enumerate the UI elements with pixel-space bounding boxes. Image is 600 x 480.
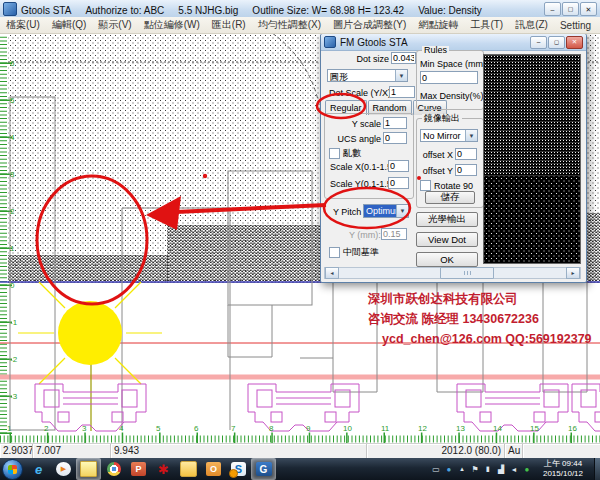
dialog-minimize-button[interactable] xyxy=(530,36,547,49)
menu-item-7[interactable]: 網點旋轉 xyxy=(412,18,464,32)
vendor-watermark: 深圳市跃创达科技有限公司 咨询交流 陈经理 13430672236 ycd_ch… xyxy=(368,289,592,349)
save-button[interactable]: 儲存 xyxy=(425,191,475,204)
random-checkbox-label: 亂數 xyxy=(343,147,361,160)
left-ruler-number: 4 xyxy=(10,134,14,142)
status-bar: 2.9037 7.007 9.943 2012.0 (80.0) Au xyxy=(0,443,600,459)
scale-x-input[interactable] xyxy=(388,160,409,172)
y-scale-input[interactable] xyxy=(383,117,407,129)
update-icon[interactable] xyxy=(522,464,532,475)
random-checkbox[interactable] xyxy=(329,148,340,159)
system-tray xyxy=(431,464,532,475)
bottom-ruler-number: 11 xyxy=(381,425,389,433)
y-pitch-value: Optimum xyxy=(364,205,396,217)
mirror-combobox[interactable]: No Mirror ▼ xyxy=(420,129,478,142)
language-indicator-icon[interactable] xyxy=(444,464,454,475)
bottom-ruler-number: 16 xyxy=(568,425,577,433)
dot-scale-input[interactable] xyxy=(389,86,415,98)
offset-x-label: offset X xyxy=(421,151,453,160)
bottom-ruler-number: 7 xyxy=(231,425,235,433)
rotate-90-checkbox-row[interactable]: Rotate 90 xyxy=(420,180,473,191)
scrollbar-thumb[interactable] xyxy=(440,267,494,279)
menu-item-1[interactable]: 編輯(Q) xyxy=(46,18,92,32)
watermark-company: 深圳市跃创达科技有限公司 xyxy=(368,289,592,309)
chevron-down-icon[interactable]: ▼ xyxy=(396,205,408,217)
min-space-input[interactable] xyxy=(420,71,478,84)
ucs-angle-label: UCS angle xyxy=(335,135,381,144)
left-ruler-number: 6 xyxy=(10,60,14,68)
maximize-button[interactable] xyxy=(562,2,579,16)
menu-item-3[interactable]: 點位編修(W) xyxy=(138,18,206,32)
menu-item-5[interactable]: 均勻性調整(X) xyxy=(252,18,327,32)
left-ruler-number: 0 xyxy=(10,282,14,290)
dot-size-input[interactable] xyxy=(391,52,416,64)
bottom-ruler-number: 5 xyxy=(156,425,160,433)
chevron-down-icon[interactable]: ▼ xyxy=(465,130,477,141)
center-basis-checkbox-row[interactable]: 中間基準 xyxy=(329,246,379,259)
red-app-icon[interactable] xyxy=(151,458,176,480)
dialog-maximize-button[interactable] xyxy=(548,36,565,49)
ucs-angle-input[interactable] xyxy=(383,132,407,144)
menu-item-8[interactable]: 工具(T) xyxy=(464,18,509,32)
dashed-arc xyxy=(272,33,321,136)
outlook-icon[interactable] xyxy=(201,458,226,480)
power-icon[interactable] xyxy=(483,464,493,475)
bottom-ruler-number: 9 xyxy=(306,425,310,433)
chevron-down-icon[interactable]: ▼ xyxy=(395,70,407,81)
dialog-horizontal-scrollbar[interactable]: ◄ ► xyxy=(324,267,581,279)
keyboard-tray-icon[interactable] xyxy=(431,464,441,475)
chrome-icon[interactable] xyxy=(101,458,126,480)
ok-button[interactable]: OK xyxy=(416,252,478,267)
menu-item-6[interactable]: 圖片合成調整(Y) xyxy=(327,18,412,32)
menu-item-10[interactable]: Setting xyxy=(554,20,597,31)
rules-group-title: Rules xyxy=(422,46,449,55)
optical-output-button[interactable]: 光學輸出 xyxy=(416,212,478,227)
view-dot-button[interactable]: View Dot xyxy=(416,232,478,247)
center-basis-checkbox[interactable] xyxy=(329,247,340,258)
powerpoint-icon[interactable] xyxy=(126,458,151,480)
bottom-ruler-number: 14 xyxy=(493,425,502,433)
window-titlebar: Gtools STAAuthorize to: ABC5.5 NJHG.bigO… xyxy=(0,0,600,18)
dialog-titlebar[interactable]: FM Gtools STA xyxy=(321,34,586,51)
network-icon[interactable] xyxy=(496,464,506,475)
scroll-left-arrow-icon[interactable]: ◄ xyxy=(325,267,339,279)
hidden-icons-arrow[interactable] xyxy=(457,464,467,475)
scale-y-label: Scale Y(0.1-1.5) xyxy=(330,180,395,189)
y-mm-input[interactable] xyxy=(381,228,407,240)
skype-icon[interactable] xyxy=(226,458,251,480)
random-checkbox-row[interactable]: 亂數 xyxy=(329,147,361,160)
menu-item-9[interactable]: 訊息(Z) xyxy=(509,18,554,32)
dialog-icon xyxy=(324,36,336,48)
scroll-right-arrow-icon[interactable]: ► xyxy=(566,267,580,279)
watermark-contact: 咨询交流 陈经理 13430672236 xyxy=(368,309,592,329)
dialog-close-button[interactable] xyxy=(566,36,583,49)
dot-preview-panel xyxy=(483,54,581,264)
action-center-icon[interactable] xyxy=(470,464,480,475)
bottom-ruler-number: 12 xyxy=(418,425,427,433)
mirror-group-title: 鏡像輸出 xyxy=(422,114,462,123)
clock-time: 上午 09:44 xyxy=(534,459,592,469)
media-player-icon[interactable] xyxy=(51,458,76,480)
menu-item-4[interactable]: 匯出(R) xyxy=(206,18,252,32)
menu-item-2[interactable]: 顯示(V) xyxy=(92,18,137,32)
gtools-icon[interactable] xyxy=(251,458,276,480)
explorer-icon[interactable] xyxy=(176,458,201,480)
dot-shape-combobox[interactable]: 圓形 ▼ xyxy=(327,69,408,82)
y-pitch-combobox[interactable]: Optimum ▼ xyxy=(363,204,409,218)
left-ruler-number: 3 xyxy=(10,171,14,179)
volume-icon[interactable] xyxy=(509,464,519,475)
clock-date: 2015/10/12 xyxy=(534,469,592,479)
offset-x-input[interactable] xyxy=(455,148,477,160)
menu-bar: 檔案(U)編輯(Q)顯示(V)點位編修(W)匯出(R)均勻性調整(X)圖片合成調… xyxy=(0,17,600,34)
scale-y-input[interactable] xyxy=(388,177,409,189)
sticky-notes-icon[interactable] xyxy=(76,458,101,480)
internet-explorer-icon[interactable] xyxy=(26,458,51,480)
menu-item-0[interactable]: 檔案(U) xyxy=(0,18,46,32)
minimize-button[interactable] xyxy=(544,2,561,16)
show-desktop-button[interactable] xyxy=(594,458,600,480)
start-button[interactable] xyxy=(2,459,23,480)
taskbar-clock[interactable]: 上午 09:44 2015/10/12 xyxy=(534,459,592,479)
title-segment-1: Authorize to: ABC xyxy=(85,5,164,16)
close-button[interactable] xyxy=(580,2,597,16)
rotate-90-checkbox[interactable] xyxy=(420,180,431,191)
offset-y-input[interactable] xyxy=(455,164,477,176)
